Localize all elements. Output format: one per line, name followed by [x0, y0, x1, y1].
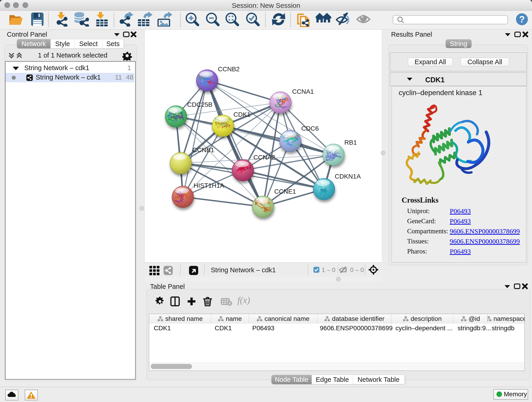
svg-text:RB1: RB1: [344, 139, 357, 146]
svg-text:CDC25B: CDC25B: [187, 101, 212, 108]
svg-text:HIST1H1A: HIST1H1A: [194, 182, 224, 189]
svg-text:CDK1: CDK1: [234, 111, 251, 118]
svg-text:CCNA1: CCNA1: [292, 88, 314, 95]
svg-text:CDC6: CDC6: [301, 125, 319, 132]
svg-text:CCNB1: CCNB1: [192, 147, 214, 153]
svg-text:CCNE1: CCNE1: [274, 188, 296, 195]
svg-text:CCNB2: CCNB2: [218, 65, 240, 73]
svg-text:CDKN1A: CDKN1A: [335, 173, 361, 180]
svg-text:CCNA2: CCNA2: [253, 154, 275, 161]
svg-text:?: ?: [519, 14, 525, 24]
